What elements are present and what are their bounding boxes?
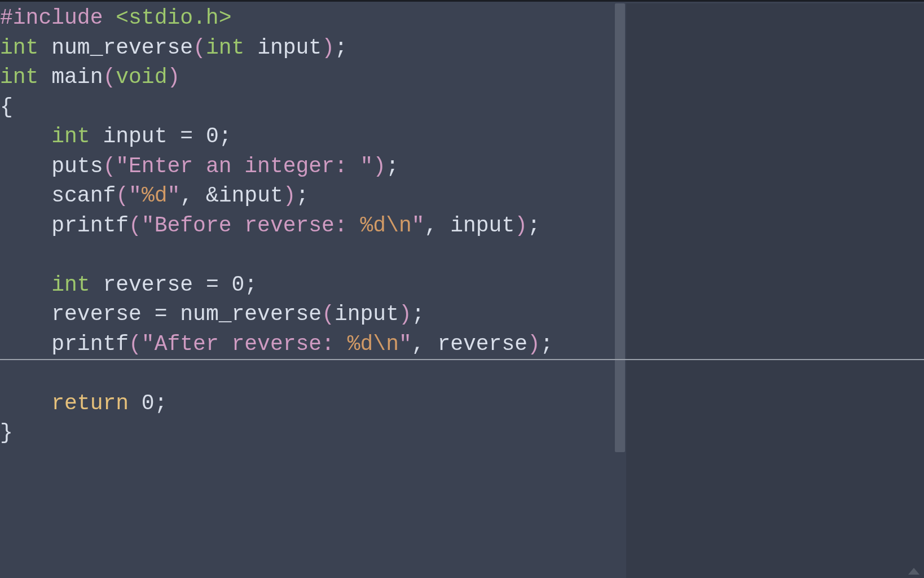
function-name: num_reverse — [51, 33, 193, 63]
code-line-4[interactable]: { — [0, 93, 614, 122]
paren: ( — [322, 300, 335, 329]
escape-sequence: \n — [386, 211, 412, 240]
code-line-12-current[interactable]: printf("After reverse: %d\n", reverse); — [0, 330, 614, 360]
operator: = — [180, 122, 193, 151]
address-of: & — [206, 181, 219, 211]
operator: = — [206, 270, 219, 300]
paren: ) — [283, 181, 296, 211]
string-quote: " — [399, 330, 412, 359]
format-specifier: %d — [347, 330, 373, 359]
code-line-1[interactable]: #include <stdio.h> — [0, 3, 614, 33]
variable: reverse — [437, 330, 527, 359]
semicolon: ; — [527, 211, 540, 240]
string-quote: " — [142, 330, 155, 359]
open-brace: { — [0, 93, 13, 122]
include-path: <stdio.h> — [116, 3, 231, 33]
variable: input — [219, 181, 283, 211]
string-content: After reverse: — [155, 330, 347, 359]
paren: ( — [116, 181, 129, 211]
number-literal: 0 — [232, 270, 245, 300]
semicolon: ; — [335, 33, 347, 63]
semicolon: ; — [296, 181, 309, 211]
preprocessor-directive: #include — [0, 3, 116, 33]
escape-sequence: \n — [373, 330, 399, 359]
argument: input — [335, 300, 399, 329]
string-literal: "Enter an integer: " — [116, 152, 373, 181]
function-call: printf — [51, 330, 129, 359]
close-brace: } — [0, 418, 13, 448]
code-line-10[interactable]: int reverse = 0; — [0, 270, 614, 300]
variable: reverse — [103, 270, 205, 300]
parameter: input — [257, 33, 322, 63]
paren: ( — [103, 63, 116, 92]
code-line-8[interactable]: printf("Before reverse: %d\n", input); — [0, 211, 614, 241]
operator: = — [155, 300, 168, 329]
return-keyword: return — [51, 389, 129, 418]
string-quote: " — [412, 211, 425, 240]
string-quote: " — [167, 181, 180, 211]
code-line-2[interactable]: int num_reverse(int input); — [0, 33, 614, 63]
type-keyword: int — [0, 33, 38, 63]
comma: , — [412, 330, 438, 359]
function-call: puts — [51, 152, 103, 181]
paren: ) — [322, 33, 335, 63]
semicolon: ; — [219, 122, 232, 151]
paren: ) — [514, 211, 527, 240]
code-line-14[interactable]: return 0; — [0, 389, 614, 419]
variable: input — [103, 122, 180, 151]
code-line-7[interactable]: scanf("%d", &input); — [0, 181, 614, 211]
function-call: num_reverse — [180, 300, 322, 329]
code-line-5[interactable]: int input = 0; — [0, 122, 614, 152]
variable: reverse — [51, 300, 154, 329]
paren: ( — [129, 330, 142, 359]
type-keyword: int — [51, 270, 90, 300]
variable: input — [450, 211, 514, 240]
code-editor[interactable]: #include <stdio.h> int num_reverse(int i… — [0, 3, 614, 578]
paren: ) — [167, 63, 180, 92]
comma: , — [425, 211, 451, 240]
semicolon: ; — [155, 389, 168, 418]
function-call: printf — [51, 211, 129, 240]
number-literal: 0 — [206, 122, 219, 151]
code-line-6[interactable]: puts("Enter an integer: "); — [0, 152, 614, 182]
format-specifier: %d — [142, 181, 168, 211]
right-panel — [626, 3, 924, 578]
semicolon: ; — [540, 330, 553, 359]
semicolon: ; — [244, 270, 257, 300]
function-name: main — [51, 63, 103, 92]
string-quote: " — [142, 211, 155, 240]
semicolon: ; — [412, 300, 425, 329]
code-line-3[interactable]: int main(void) — [0, 63, 614, 93]
string-quote: " — [129, 181, 142, 211]
string-content: Before reverse: — [155, 211, 360, 240]
editor-viewport: #include <stdio.h> int num_reverse(int i… — [0, 0, 924, 578]
code-line-9[interactable] — [0, 240, 614, 270]
paren: ) — [399, 300, 412, 329]
type-keyword: int — [51, 122, 90, 151]
code-line-13[interactable] — [0, 359, 614, 389]
paren: ( — [129, 211, 142, 240]
comma: , — [180, 181, 206, 211]
type-keyword: int — [0, 63, 38, 92]
code-line-15[interactable]: } — [0, 418, 614, 448]
paren: ) — [373, 152, 386, 181]
paren: ( — [193, 33, 206, 63]
scrollbar-thumb[interactable] — [615, 3, 625, 452]
semicolon: ; — [386, 152, 399, 181]
resize-handle-icon[interactable] — [908, 568, 919, 575]
format-specifier: %d — [360, 211, 386, 240]
gutter-divider — [614, 3, 626, 578]
void-keyword: void — [116, 63, 167, 92]
function-call: scanf — [51, 181, 116, 211]
number-literal: 0 — [142, 389, 155, 418]
paren: ) — [527, 330, 540, 359]
code-line-11[interactable]: reverse = num_reverse(input); — [0, 300, 614, 330]
paren: ( — [103, 152, 116, 181]
type-keyword: int — [206, 33, 244, 63]
